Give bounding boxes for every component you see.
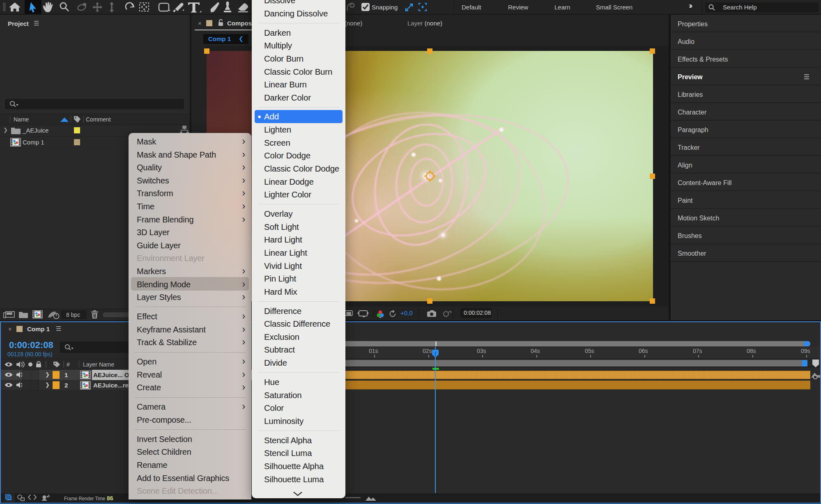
svg-text:#: # (67, 361, 70, 368)
